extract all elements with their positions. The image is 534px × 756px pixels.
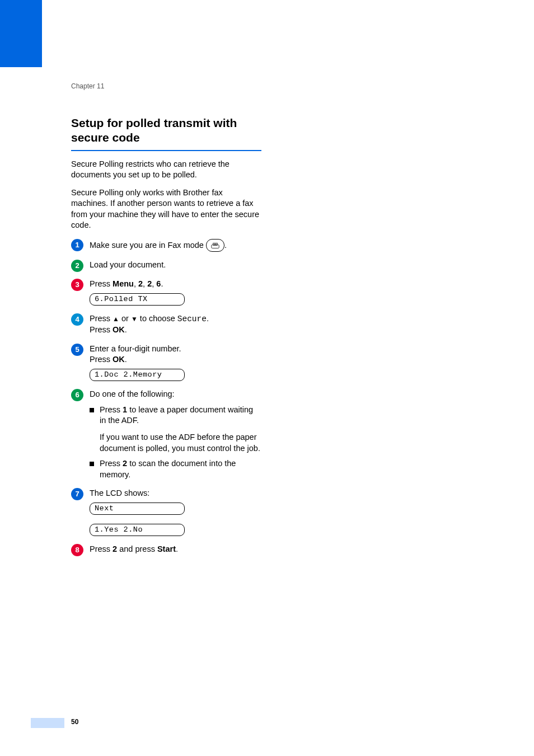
step-3-sep2: , [143,279,147,288]
step-4: 4 Press ▲ or ▼ to choose Secure. Press O… [71,313,261,336]
step-3: 3 Press Menu, 2, 2, 6. 6.Polled TX [71,279,261,306]
secure-option: Secure [177,314,207,323]
step-badge-7: 7 [71,488,83,500]
steps-list: 1 Make sure you are in Fax mode . 2 Load… [71,239,261,555]
opt1-press: Press [100,405,123,414]
ok-key-1: OK [113,325,125,334]
step-6: 6 Do one of the following: Press 1 to le… [71,389,261,480]
page-footer-tab [31,718,64,728]
step-4-dot2: . [125,325,127,334]
title-underline [71,150,261,151]
step-6-option-2: Press 2 to scan the document into the me… [90,458,261,480]
step-3-sep1: , [134,279,138,288]
step-8-dot: . [176,544,178,553]
start-key: Start [157,544,176,553]
step-badge-3: 3 [71,279,83,291]
page-number: 50 [71,718,78,726]
step-3-press: Press [90,279,113,288]
step-8-and: and press [117,544,157,553]
menu-key: Menu [113,279,134,288]
step-2: 2 Load your document. [71,260,261,271]
ok-key-2: OK [113,355,125,364]
step-badge-5: 5 [71,344,83,356]
step-6-note: If you want to use the ADF before the pa… [100,432,261,454]
step-1: 1 Make sure you are in Fax mode . [71,239,261,252]
key-2a: 2 [138,279,143,288]
step-6-option-1: Press 1 to leave a paper document waitin… [90,405,261,454]
step-4-press: Press [90,314,113,323]
lcd-display-next: Next [90,503,185,515]
lcd-display-yes-no: 1.Yes 2.No [90,524,185,536]
step-5-text: Enter a four-digit number. [90,344,181,353]
step-4-or: or [119,314,131,323]
intro-paragraph-1: Secure Polling restricts who can retriev… [71,159,261,181]
step-1-text-a: Make sure you are in Fax mode [90,240,206,249]
intro-paragraph-2: Secure Polling only works with Brother f… [71,187,261,231]
step-badge-4: 4 [71,313,83,326]
step-badge-2: 2 [71,260,83,272]
page-content: Chapter 11 Setup for polled transmit wit… [71,82,261,555]
step-5: 5 Enter a four-digit number. Press OK. 1… [71,344,261,381]
key-2-opt: 2 [123,459,127,468]
step-badge-8: 8 [71,544,83,556]
step-6-options: Press 1 to leave a paper document waitin… [90,405,261,480]
up-arrow-icon: ▲ [113,315,119,323]
opt2-press: Press [100,459,123,468]
step-4-dot: . [207,314,209,323]
step-2-text: Load your document. [90,260,166,269]
step-badge-6: 6 [71,389,83,401]
chapter-label: Chapter 11 [71,82,261,90]
step-8-press: Press [90,544,113,553]
step-8: 8 Press 2 and press Start. [71,544,261,555]
step-5-dot: . [125,355,127,364]
step-4-press-ok: Press [90,325,113,334]
step-1-text-b: . [224,240,227,249]
step-3-dot: . [161,279,163,288]
step-6-text: Do one of the following: [90,389,175,398]
step-7-text: The LCD shows: [90,489,149,497]
down-arrow-icon: ▼ [131,315,138,323]
key-1: 1 [123,405,127,414]
lcd-display-polled-tx: 6.Polled TX [90,293,185,306]
section-title: Setup for polled transmit with secure co… [71,116,261,145]
step-4-choose: to choose [138,314,177,323]
step-7: 7 The LCD shows: Next 1.Yes 2.No [71,488,261,536]
fax-mode-icon [206,239,224,252]
header-blue-band [0,0,42,67]
lcd-display-doc-memory: 1.Doc 2.Memory [90,369,185,381]
key-2-final: 2 [113,544,117,553]
step-badge-1: 1 [71,239,83,251]
step-5-press: Press [90,355,113,364]
